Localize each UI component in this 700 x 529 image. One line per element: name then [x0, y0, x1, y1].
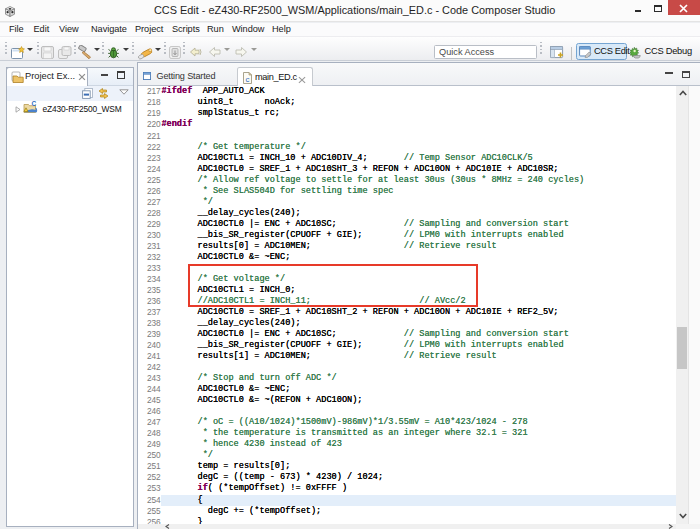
svg-text:c: c: [245, 74, 249, 83]
svg-text:C: C: [31, 101, 36, 107]
